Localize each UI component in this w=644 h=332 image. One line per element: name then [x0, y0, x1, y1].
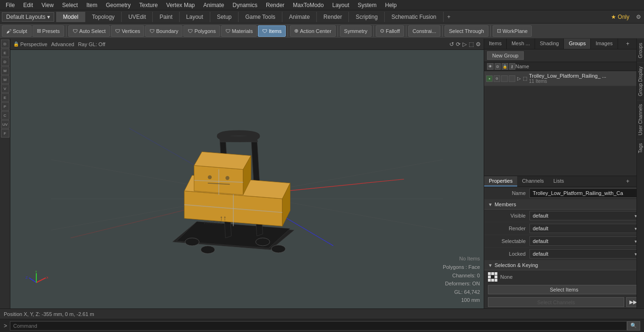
- layout-tab-topology[interactable]: Topology: [85, 12, 122, 22]
- prop-tab-add[interactable]: +: [622, 176, 633, 186]
- play-icon[interactable]: ▷: [462, 41, 467, 48]
- layout-star[interactable]: ★ Only: [607, 12, 633, 22]
- new-group-button[interactable]: New Group: [487, 51, 524, 60]
- menu-select[interactable]: Select: [58, 1, 82, 9]
- prop-visible-dropdown[interactable]: default ▾: [529, 211, 640, 220]
- menu-help[interactable]: Help: [381, 1, 401, 9]
- menu-file[interactable]: File: [2, 1, 18, 9]
- raygl-toggle[interactable]: Ray GL: Off: [78, 41, 105, 47]
- auto-select-button[interactable]: 🛡 Auto Select: [68, 25, 110, 37]
- tab-mesh[interactable]: Mesh ...: [507, 39, 535, 49]
- svg-point-17: [256, 238, 270, 246]
- left-tool-3[interactable]: M: [1, 66, 9, 75]
- menu-view[interactable]: View: [38, 1, 58, 9]
- prop-render-dropdown[interactable]: default ▾: [529, 224, 640, 233]
- left-tool-2[interactable]: D: [1, 57, 9, 66]
- work-plane-button[interactable]: ⊡ WorkPlane: [493, 25, 532, 37]
- coord-bar: Position X, Y, Z: -355 mm, 0 m, -2.61 m: [0, 308, 644, 319]
- action-center-button[interactable]: ⊕ Action Center: [290, 25, 336, 37]
- left-tool-7[interactable]: P: [1, 102, 9, 111]
- layout-tab-add[interactable]: +: [444, 12, 454, 22]
- none-label: None: [500, 274, 512, 280]
- select-items-button[interactable]: Select Items: [488, 285, 640, 294]
- layout-tab-schematic-fusion[interactable]: Schematic Fusion: [385, 12, 443, 22]
- left-tool-5[interactable]: V: [1, 84, 9, 93]
- falloff-button[interactable]: ⊙ Falloff: [376, 25, 404, 37]
- viewport-canvas[interactable]: ↑↑ FRAGILE: [10, 50, 484, 308]
- menu-animate[interactable]: Animate: [199, 1, 228, 9]
- layout-tab-layout[interactable]: Layout: [180, 12, 210, 22]
- menu-render[interactable]: Render: [262, 1, 288, 9]
- menu-texture[interactable]: Texture: [135, 1, 161, 9]
- layout-settings-icon[interactable]: ⚙: [633, 12, 644, 22]
- prop-tab-properties[interactable]: Properties: [484, 176, 517, 186]
- perspective-label[interactable]: Perspective: [20, 41, 47, 47]
- menu-vertex-map[interactable]: Vertex Map: [163, 1, 199, 9]
- presets-button[interactable]: ⊞ Presets: [33, 25, 64, 37]
- left-tool-0[interactable]: D: [1, 40, 9, 48]
- prop-selectable-dropdown[interactable]: default ▾: [529, 236, 640, 246]
- prop-name-input[interactable]: [529, 188, 640, 198]
- menu-system[interactable]: System: [354, 1, 380, 9]
- vertices-button[interactable]: 🛡 Vertices: [111, 25, 144, 37]
- side-tab-tags[interactable]: Tags: [637, 139, 644, 157]
- menu-dynamics[interactable]: Dynamics: [229, 1, 261, 9]
- layout-selector[interactable]: Default Layouts ▾: [2, 12, 54, 22]
- groups-header: New Group: [484, 49, 644, 62]
- layout-tab-model[interactable]: Model: [56, 12, 85, 22]
- members-toggle[interactable]: ▼: [488, 202, 493, 207]
- prop-tab-channels[interactable]: Channels: [517, 176, 548, 186]
- layout-tab-game-tools[interactable]: Game Tools: [239, 12, 282, 22]
- menu-maxtomode[interactable]: MaxToModo: [289, 1, 327, 9]
- select-through-button[interactable]: Select Through: [445, 25, 488, 37]
- layout-tab-scripting[interactable]: Scripting: [349, 12, 385, 22]
- menu-geometry[interactable]: Geometry: [102, 1, 135, 9]
- left-tool-4[interactable]: M: [1, 75, 9, 84]
- left-tool-6[interactable]: E: [1, 93, 9, 102]
- tab-items[interactable]: Items: [484, 39, 507, 49]
- left-tool-8[interactable]: C: [1, 111, 9, 120]
- layout-tab-setup[interactable]: Setup: [210, 12, 239, 22]
- constraints-button[interactable]: Constrai...: [408, 25, 440, 37]
- materials-button[interactable]: 🛡 Materials: [221, 25, 257, 37]
- left-tool-1[interactable]: E: [1, 49, 9, 57]
- select-channels-button[interactable]: Select Channels: [488, 297, 624, 307]
- tab-add-button[interactable]: +: [622, 39, 633, 49]
- tab-images[interactable]: Images: [591, 39, 618, 49]
- side-tab-user-channels[interactable]: User Channels: [637, 100, 644, 139]
- advanced-toggle[interactable]: Advanced: [51, 41, 74, 47]
- settings-icon[interactable]: ⚙: [476, 41, 481, 48]
- channels-label: Channels: 0: [443, 272, 480, 280]
- tab-shading[interactable]: Shading: [535, 39, 564, 49]
- sculpt-button[interactable]: 🖌 Sculpt: [2, 25, 32, 37]
- layout-tab-render[interactable]: Render: [317, 12, 349, 22]
- left-tool-10[interactable]: F: [1, 129, 9, 138]
- layout-tab-animate[interactable]: Animate: [282, 12, 317, 22]
- left-tool-9[interactable]: UV: [1, 120, 9, 129]
- prop-locked-dropdown[interactable]: default ▾: [529, 249, 640, 259]
- search-icon: 🔍: [630, 323, 637, 329]
- side-tab-group-display[interactable]: Group Display: [637, 62, 644, 100]
- expand-icon[interactable]: ⬚: [469, 41, 474, 48]
- polygons-button[interactable]: 🛡 Polygons: [183, 25, 220, 37]
- tab-groups[interactable]: Groups: [564, 39, 591, 49]
- symmetry-button[interactable]: Symmetry: [340, 25, 372, 37]
- selection-toggle[interactable]: ▼: [488, 263, 493, 268]
- cmd-toggle-button[interactable]: >: [4, 323, 7, 329]
- layout-tab-paint[interactable]: Paint: [153, 12, 179, 22]
- boundary-button[interactable]: 🛡 Boundary: [145, 25, 182, 37]
- menu-edit[interactable]: Edit: [19, 1, 37, 9]
- command-search-button[interactable]: 🔍: [627, 321, 640, 331]
- viewport[interactable]: 🔒 Perspective Advanced Ray GL: Off ↺ ⟳ ▷…: [10, 39, 484, 308]
- menu-layout[interactable]: Layout: [329, 1, 353, 9]
- groups-list-item[interactable]: ● ⊙ ▷ ⬚ Trolley_Low_Platform_Railing_ ..…: [484, 71, 644, 86]
- items-button[interactable]: 🛡 Items: [258, 25, 286, 37]
- refresh-icon[interactable]: ⟳: [456, 41, 461, 48]
- menu-item[interactable]: Item: [83, 1, 101, 9]
- side-tab-groups[interactable]: Groups: [637, 39, 644, 62]
- rotate-icon[interactable]: ↺: [449, 41, 454, 48]
- perspective-toggle[interactable]: 🔒 Perspective: [13, 41, 47, 47]
- layout-tab-uvedit[interactable]: UVEdit: [122, 12, 153, 22]
- command-input[interactable]: [10, 321, 627, 331]
- prop-tab-lists[interactable]: Lists: [549, 176, 569, 186]
